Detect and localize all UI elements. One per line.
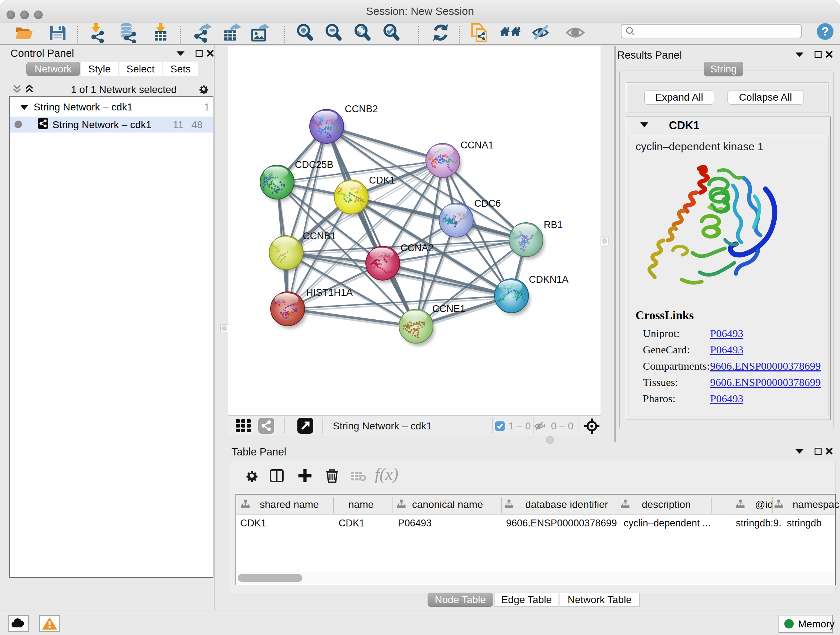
svg-text:?: ?	[821, 24, 829, 38]
svg-text:CCNE1: CCNE1	[432, 303, 466, 314]
svg-text:CCNA1: CCNA1	[461, 140, 494, 150]
svg-text:HIST1H1A: HIST1H1A	[306, 287, 353, 298]
svg-text:RB1: RB1	[544, 219, 563, 230]
svg-text:CCNA2: CCNA2	[401, 242, 434, 253]
svg-text:CDK1: CDK1	[369, 175, 395, 186]
svg-text:CDKN1A: CDKN1A	[529, 274, 569, 285]
svg-text:CCNB2: CCNB2	[345, 103, 378, 114]
svg-text:CDC25B: CDC25B	[295, 159, 333, 170]
svg-text:CCNB1: CCNB1	[303, 231, 336, 241]
svg-text:CDC6: CDC6	[474, 198, 501, 209]
